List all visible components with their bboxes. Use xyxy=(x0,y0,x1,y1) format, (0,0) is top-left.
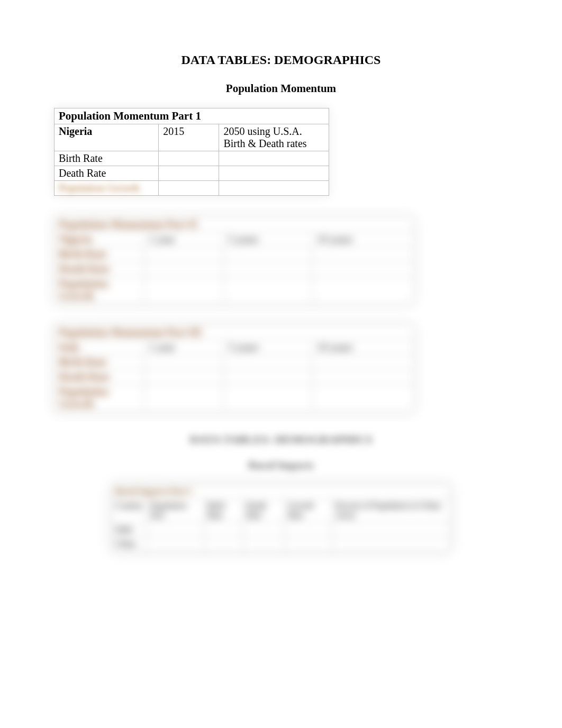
section2-title: DATA TABLES: DEMOGRAPHICS xyxy=(48,433,514,447)
col-header: 5 years xyxy=(224,340,313,355)
table-row: Death Rate xyxy=(55,370,414,385)
table-row: Birth Rate xyxy=(55,247,414,262)
table-population-momentum-part1: Population Momentum Part 1 Nigeria 2015 … xyxy=(54,108,329,196)
cell xyxy=(159,181,219,196)
table3-title: Rural Impacts Part I xyxy=(112,485,450,499)
col-header: 5 years xyxy=(224,232,313,247)
row-label: Death Rate xyxy=(55,166,159,181)
cell xyxy=(159,151,219,166)
blurred-table-part3: Population Momentum Part III Italy 1 yea… xyxy=(54,325,514,412)
table-row: China xyxy=(112,537,450,551)
table-row: Population Growth xyxy=(55,277,414,304)
col-header: 1 year xyxy=(144,232,224,247)
cell xyxy=(219,166,329,181)
table-row: Death Rate xyxy=(55,262,414,277)
table1-col-2015: 2015 xyxy=(159,124,219,151)
table1-title: Population Momentum Part 1 xyxy=(55,108,329,124)
table2a-country: Nigeria xyxy=(55,232,144,247)
table-row: Population Growth xyxy=(55,385,414,412)
table2b-country: Italy xyxy=(55,340,144,355)
table2a-title: Population Momentum Part II xyxy=(55,217,414,232)
cell xyxy=(219,181,329,196)
col-header: 1 year xyxy=(144,340,224,355)
table2b-title: Population Momentum Part III xyxy=(55,325,414,340)
cell xyxy=(159,166,219,181)
table1-col-2050: 2050 using U.S.A. Birth & Death rates xyxy=(219,124,329,151)
table1-country-header: Nigeria xyxy=(55,124,159,151)
table-row: Population Growth xyxy=(55,181,329,196)
page-title: DATA TABLES: DEMOGRAPHICS xyxy=(48,53,514,67)
cell xyxy=(219,151,329,166)
page-subtitle: Population Momentum xyxy=(48,82,514,95)
row-label: Population Growth xyxy=(55,181,159,196)
table-row: Country Population Size Birth Rate Death… xyxy=(112,499,450,523)
table-row: Birth Rate xyxy=(55,355,414,370)
col-header: 10 years xyxy=(313,232,414,247)
row-label: Birth Rate xyxy=(55,151,159,166)
table-row: Birth Rate xyxy=(55,151,329,166)
blurred-table-part2: Population Momentum Part II Nigeria 1 ye… xyxy=(54,217,514,304)
col-header: 10 years xyxy=(313,340,414,355)
table-row: India xyxy=(112,523,450,537)
table-row: Death Rate xyxy=(55,166,329,181)
blurred-table-rural: Rural Impacts Part I Country Population … xyxy=(112,484,450,551)
section2-sub: Rural Impacts xyxy=(48,459,514,471)
